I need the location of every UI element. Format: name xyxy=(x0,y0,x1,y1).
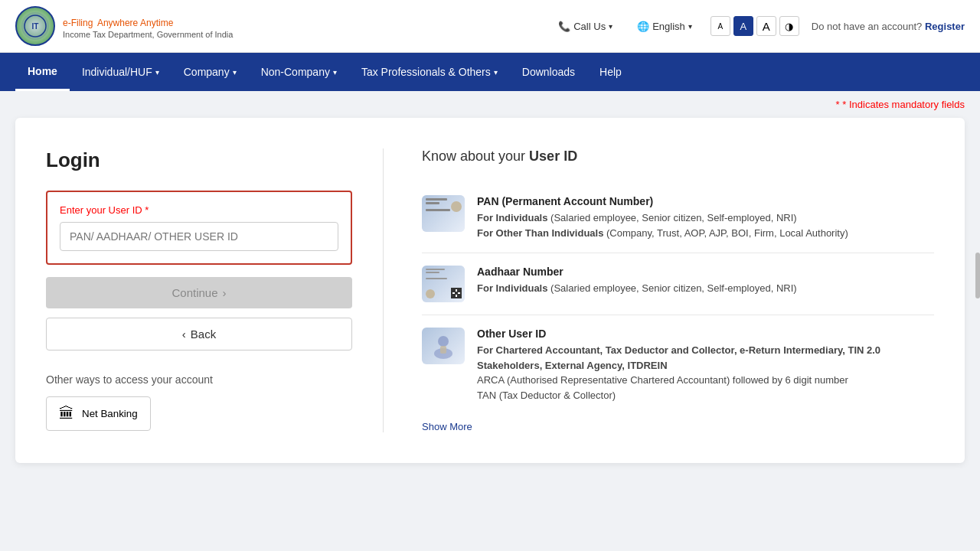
aadhaar-info-text: Aadhaar Number For Individuals (Salaried… xyxy=(477,266,797,296)
login-title: Login xyxy=(46,148,352,172)
login-card: Login Enter your User ID * Continue › ‹ … xyxy=(15,118,965,463)
other-id-info-text: Other User ID For Chartered Accountant, … xyxy=(477,328,934,403)
pan-icon xyxy=(422,195,465,232)
top-bar-right: 📞 Call Us ▾ 🌐 English ▾ A A A ◑ Do not h… xyxy=(552,16,965,36)
info-panel: Know about your User ID PAN (Permanent A… xyxy=(414,148,934,432)
scrollbar xyxy=(975,253,980,298)
main-content: * * Indicates mandatory fields Login Ent… xyxy=(0,91,980,478)
pan-desc: For Individuals (Salaried employee, Seni… xyxy=(477,210,848,240)
back-button[interactable]: ‹ Back xyxy=(46,318,352,350)
globe-icon: 🌐 xyxy=(637,21,649,32)
logo-efiling: e-Filing Anywhere Anytime xyxy=(63,11,233,30)
mandatory-star: * xyxy=(836,99,840,110)
user-id-label: Enter your User ID * xyxy=(60,204,338,216)
login-panel: Login Enter your User ID * Continue › ‹ … xyxy=(46,148,352,432)
bank-icon: 🏛 xyxy=(59,405,74,422)
font-large-button[interactable]: A xyxy=(756,16,776,36)
nav-item-help[interactable]: Help xyxy=(587,53,634,91)
nav-bar: Home Individual/HUF ▾ Company ▾ Non-Comp… xyxy=(0,53,980,91)
svg-text:IT: IT xyxy=(32,22,39,31)
top-bar: IT e-Filing Anywhere Anytime Income Tax … xyxy=(0,0,980,53)
aadhaar-info-item: Aadhaar Number For Individuals (Salaried… xyxy=(422,253,934,315)
register-link[interactable]: Register xyxy=(925,21,965,32)
panel-divider xyxy=(383,148,384,432)
user-id-input[interactable] xyxy=(60,222,338,251)
mandatory-note: * * Indicates mandatory fields xyxy=(15,99,965,110)
font-medium-button[interactable]: A xyxy=(733,16,753,36)
logo-emblem: IT xyxy=(15,6,55,46)
aadhaar-desc: For Individuals (Salaried employee, Seni… xyxy=(477,281,797,296)
other-ways-section: Other ways to access your account 🏛 Net … xyxy=(46,373,352,431)
svg-rect-5 xyxy=(440,346,446,354)
language-button[interactable]: 🌐 English ▾ xyxy=(631,18,698,35)
font-small-button[interactable]: A xyxy=(710,16,730,36)
nav-item-noncompany[interactable]: Non-Company ▾ xyxy=(249,53,349,91)
call-us-button[interactable]: 📞 Call Us ▾ xyxy=(552,18,619,35)
logo-area: IT e-Filing Anywhere Anytime Income Tax … xyxy=(15,6,233,46)
chevron-down-icon: ▾ xyxy=(333,68,337,77)
info-panel-title: Know about your User ID xyxy=(422,148,934,165)
user-id-box: Enter your User ID * xyxy=(46,191,352,265)
other-id-info-item: Other User ID For Chartered Accountant, … xyxy=(422,315,934,415)
chevron-down-icon: ▾ xyxy=(609,22,612,31)
logo-subtitle: Income Tax Department, Government of Ind… xyxy=(63,30,233,40)
continue-button[interactable]: Continue › xyxy=(46,277,352,308)
nav-item-tax-professionals[interactable]: Tax Professionals & Others ▾ xyxy=(349,53,510,91)
logo-tagline: Anywhere Anytime xyxy=(97,18,173,28)
nav-item-individual[interactable]: Individual/HUF ▾ xyxy=(70,53,172,91)
no-account-text: Do not have an account? Register xyxy=(812,21,965,32)
font-controls: A A A ◑ xyxy=(710,16,799,36)
nav-item-home[interactable]: Home xyxy=(15,53,70,91)
net-banking-button[interactable]: 🏛 Net Banking xyxy=(46,396,151,431)
aadhaar-heading: Aadhaar Number xyxy=(477,266,797,278)
phone-icon: 📞 xyxy=(558,21,570,32)
nav-item-company[interactable]: Company ▾ xyxy=(172,53,249,91)
svg-point-3 xyxy=(438,336,449,347)
chevron-left-icon: ‹ xyxy=(182,328,186,341)
pan-info-text: PAN (Permanent Account Number) For Indiv… xyxy=(477,195,848,240)
other-id-heading: Other User ID xyxy=(477,328,934,340)
chevron-down-icon: ▾ xyxy=(155,68,159,77)
aadhaar-icon xyxy=(422,266,465,302)
show-more-link[interactable]: Show More xyxy=(422,421,934,432)
nav-item-downloads[interactable]: Downloads xyxy=(510,53,587,91)
chevron-right-icon: › xyxy=(223,286,227,299)
other-id-desc: For Chartered Accountant, Tax Deductor a… xyxy=(477,343,934,403)
other-ways-title: Other ways to access your account xyxy=(46,373,352,386)
contrast-button[interactable]: ◑ xyxy=(779,16,799,36)
required-star: * xyxy=(145,204,149,216)
chevron-down-icon: ▾ xyxy=(494,68,498,77)
pan-info-item: PAN (Permanent Account Number) For Indiv… xyxy=(422,183,934,253)
logo-text: e-Filing Anywhere Anytime Income Tax Dep… xyxy=(63,11,233,40)
pan-heading: PAN (Permanent Account Number) xyxy=(477,195,848,207)
chevron-down-icon: ▾ xyxy=(688,22,692,31)
other-id-icon xyxy=(422,328,465,364)
chevron-down-icon: ▾ xyxy=(233,68,237,77)
